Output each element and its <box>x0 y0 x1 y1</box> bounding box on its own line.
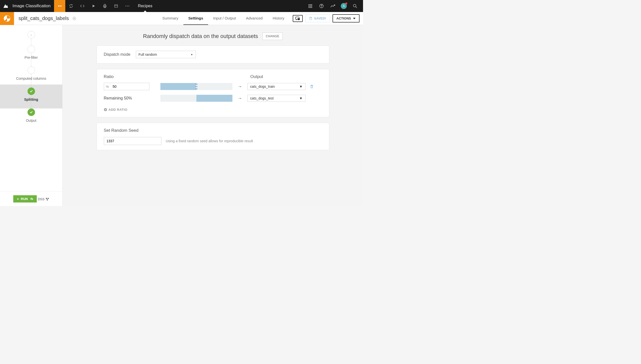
step-prefilter[interactable]: Pre-filter <box>0 46 62 66</box>
seed-input[interactable] <box>104 137 161 145</box>
tab-io[interactable]: Input / Output <box>208 12 241 25</box>
print-icon[interactable] <box>99 0 110 12</box>
svg-point-26 <box>74 18 75 19</box>
svg-point-0 <box>58 6 59 7</box>
svg-point-8 <box>125 6 126 6</box>
topbar: Image Classification Recipes A <box>0 0 363 12</box>
gear-icon <box>30 198 33 200</box>
slider-handle[interactable] <box>196 84 197 90</box>
step-splitting[interactable]: Splitting <box>0 84 62 108</box>
content: Randomly dispatch data on the output dat… <box>63 25 363 206</box>
saved-indicator: SAVED! <box>305 14 330 22</box>
dispatch-panel: Dispatch mode Full random ▼ <box>97 46 329 64</box>
svg-point-31 <box>47 199 48 200</box>
change-button[interactable]: CHANGE <box>262 32 282 40</box>
tab-history[interactable]: History <box>268 12 289 25</box>
chevron-down-icon: ▼ <box>299 96 303 100</box>
play-icon[interactable] <box>88 0 99 12</box>
run-button[interactable]: RUN <box>13 195 37 202</box>
tab-settings[interactable]: Settings <box>183 12 208 25</box>
subheader: split_cats_dogs_labels Summary Settings … <box>0 12 363 25</box>
svg-rect-28 <box>310 17 311 18</box>
step-input[interactable]: ↓ <box>0 31 62 46</box>
svg-point-22 <box>353 4 356 7</box>
dispatch-mode-label: Dispatch mode <box>104 52 131 57</box>
ratio-panel: Ratio Output % → cats_dogs_train ▼ <box>97 69 329 117</box>
svg-point-29 <box>46 198 47 199</box>
ratio-header: Ratio <box>104 74 250 79</box>
ratio-bar-1[interactable] <box>160 83 232 90</box>
percent-label: % <box>104 83 111 90</box>
cycle-icon[interactable] <box>65 0 77 12</box>
svg-rect-14 <box>308 6 309 6</box>
flow-icon[interactable] <box>54 0 65 12</box>
svg-rect-11 <box>308 4 309 5</box>
notification-dot <box>345 2 347 4</box>
svg-rect-2 <box>59 6 60 6</box>
panel-icon[interactable] <box>110 0 122 12</box>
trash-icon[interactable] <box>310 84 313 88</box>
search-icon[interactable] <box>349 0 361 12</box>
ratio-row-remaining: Remaining 50% → cats_dogs_test ▼ <box>104 95 322 102</box>
ratio-row-1: % → cats_dogs_train ▼ <box>104 83 322 90</box>
svg-point-25 <box>73 17 76 20</box>
svg-point-21 <box>321 7 322 7</box>
seed-hint: Using a fixed random seed allows for rep… <box>166 139 253 143</box>
svg-rect-17 <box>308 7 309 8</box>
svg-rect-12 <box>310 4 310 5</box>
arrow-icon: → <box>232 84 247 89</box>
tab-advanced[interactable]: Advanced <box>241 12 268 25</box>
activity-icon[interactable] <box>327 0 338 12</box>
svg-rect-15 <box>310 6 310 6</box>
more-icon[interactable] <box>122 0 133 12</box>
seed-title: Set Random Seed <box>104 128 322 133</box>
dispatch-mode-select[interactable]: Full random ▼ <box>136 51 196 58</box>
help-icon[interactable] <box>316 0 327 12</box>
svg-rect-19 <box>311 7 312 8</box>
ratio-bar-2 <box>160 95 232 102</box>
avatar[interactable]: A <box>341 3 347 9</box>
logo-icon[interactable] <box>0 0 12 12</box>
output-select-2[interactable]: cats_dogs_test ▼ <box>247 95 305 102</box>
svg-point-1 <box>60 6 62 7</box>
output-select-1[interactable]: cats_dogs_train ▼ <box>247 83 305 90</box>
svg-rect-4 <box>104 4 106 6</box>
dss-link[interactable]: DSS <box>38 197 49 201</box>
svg-rect-16 <box>311 6 312 6</box>
tab-summary[interactable]: Summary <box>157 12 183 25</box>
step-output[interactable]: Output <box>0 108 62 130</box>
add-ratio-button[interactable]: ADD RATIO <box>104 108 128 112</box>
seed-panel: Set Random Seed Using a fixed random see… <box>97 123 329 150</box>
svg-point-27 <box>298 18 300 20</box>
avatar-letter: A <box>343 4 345 8</box>
ratio-value-input[interactable] <box>111 83 149 90</box>
svg-rect-6 <box>115 5 118 8</box>
page-title: Randomly dispatch data on the output dat… <box>143 33 258 40</box>
recipe-type-icon <box>0 12 14 25</box>
recipe-name: split_cats_dogs_labels <box>14 16 71 21</box>
output-header: Output <box>250 74 263 79</box>
arrow-icon: → <box>232 96 247 101</box>
breadcrumb-recipes[interactable]: Recipes <box>133 0 157 12</box>
tabs: Summary Settings Input / Output Advanced… <box>157 12 289 25</box>
svg-point-9 <box>127 6 128 6</box>
apps-icon[interactable] <box>304 0 316 12</box>
sidebar: ↓ Pre-filter Computed columns Splitting <box>0 25 63 206</box>
project-name[interactable]: Image Classification <box>12 4 54 8</box>
actions-button[interactable]: ACTIONS <box>333 14 360 22</box>
chevron-down-icon: ▼ <box>191 53 193 56</box>
remaining-label: Remaining 50% <box>104 96 149 100</box>
chevron-down-icon: ▼ <box>299 84 303 88</box>
svg-rect-18 <box>310 7 310 8</box>
target-icon[interactable] <box>71 16 77 22</box>
svg-point-30 <box>48 198 49 199</box>
svg-rect-13 <box>311 4 312 5</box>
svg-line-23 <box>356 6 357 8</box>
code-icon[interactable] <box>77 0 88 12</box>
ratio-input[interactable]: % <box>104 83 149 90</box>
svg-point-10 <box>128 6 129 6</box>
discussions-button[interactable] <box>293 15 303 22</box>
